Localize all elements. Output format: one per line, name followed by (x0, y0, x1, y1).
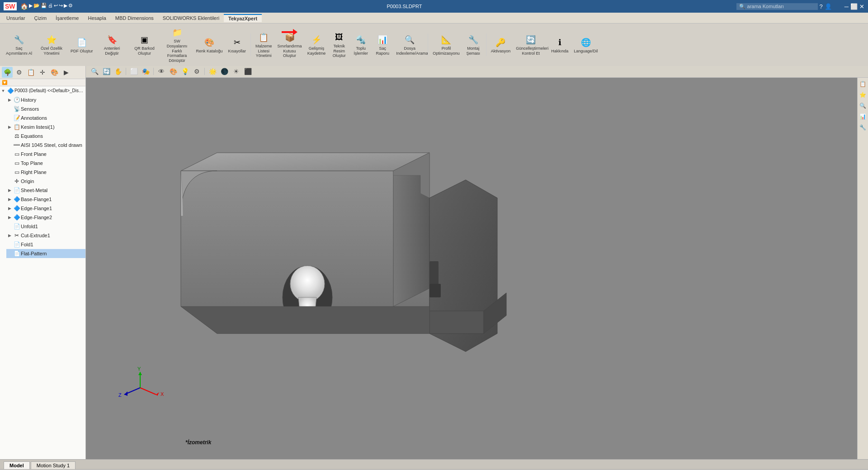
btn-gelismis[interactable]: ⚡ GelişmişKaydetme (306, 33, 328, 57)
btn-qr[interactable]: ▣ QR Barkod Oluştur (129, 33, 160, 57)
rp-btn5[interactable]: 🔧 (859, 123, 868, 132)
tab-mbd[interactable]: MBD Dimensions (111, 14, 158, 22)
hide-show-btn[interactable]: 👁 (156, 66, 166, 76)
config-manager-btn[interactable]: 📋 (25, 67, 36, 78)
search-input[interactable] (747, 4, 806, 9)
run-button[interactable]: ▶ (64, 3, 67, 10)
tree-item-front-plane[interactable]: ▭ Front Plane (6, 150, 85, 159)
display-style-btn[interactable]: 🎭 (141, 66, 151, 76)
ambient-btn[interactable]: ☀ (231, 66, 241, 76)
home-button[interactable]: 🏠 (20, 3, 28, 10)
tree-item-unfold1[interactable]: 📄 Unfold1 (6, 222, 85, 231)
rp-btn2[interactable]: ⭐ (859, 90, 868, 99)
tree-item-material[interactable]: ══ AISI 1045 Steel, cold drawn (6, 141, 85, 150)
help-button[interactable]: ? (820, 3, 823, 10)
tree-item-top-plane[interactable]: ▭ Top Plane (6, 159, 85, 168)
rp-btn4[interactable]: 📊 (859, 112, 868, 121)
sheet-metal-icon: 📄 (13, 186, 21, 194)
tree-item-cut-extrude1[interactable]: ▶ ✂ Cut-Extrude1 (6, 231, 85, 240)
zoom-btn[interactable]: 🔍 (90, 66, 99, 76)
open-button[interactable]: 📂 (33, 3, 40, 10)
new-button[interactable]: ▶ (29, 3, 33, 10)
section-btn[interactable]: ⬛ (243, 66, 253, 76)
feature-manager-btn[interactable]: 🌳 (2, 67, 13, 78)
tree-item-fold1[interactable]: 📄 Fold1 (6, 240, 85, 249)
tab-tekyazxpert[interactable]: TekyazXpert (224, 14, 262, 22)
display-manager-btn[interactable]: 🎨 (49, 67, 60, 78)
tree-item-right-plane[interactable]: ▭ Right Plane (6, 168, 85, 177)
tab-motion-study[interactable]: Motion Study 1 (31, 461, 75, 469)
tree-item-kesim[interactable]: ▶ 📋 Kesim listesi(1) (6, 122, 85, 132)
tree-item-history[interactable]: ▶ 🕐 History (6, 95, 85, 104)
view-orient-btn[interactable]: ⬜ (129, 66, 139, 76)
btn-toplu[interactable]: 🔩 Topluİşlemler (351, 33, 371, 57)
scene-btn[interactable]: 💡 (180, 66, 190, 76)
tree-item-sheet-metal[interactable]: ▶ 📄 Sheet-Metal (6, 186, 85, 195)
btn-dosya-indexleme[interactable]: 🔍 DosyaIndexleme/Arama (394, 33, 425, 57)
tab-model[interactable]: Model (4, 461, 30, 469)
realview-btn[interactable]: 🌟 (208, 66, 217, 76)
rp-btn1[interactable]: 📋 (859, 80, 868, 89)
btn-montaj[interactable]: 🔧 MontajŞeması (463, 33, 483, 57)
title-bar: SW 🏠 ▶ 📂 💾 🖨 ↩ ↪ ▶ ⚙ P0003.SLDPRT 🔍 ? 👤 … (0, 0, 868, 13)
front-plane-icon: ▭ (13, 150, 21, 158)
btn-ozel-ozellik[interactable]: ⭐ Özel Özellik Yönetimi (36, 33, 67, 57)
btn-kisayollar[interactable]: ✂ Kısayollar (226, 35, 248, 55)
right-plane-icon: ▭ (13, 168, 21, 176)
tab-isaretleme[interactable]: İşaretleme (51, 14, 83, 22)
svg-marker-13 (181, 306, 429, 334)
save-button[interactable]: 💾 (41, 3, 47, 10)
print-button[interactable]: 🖨 (48, 3, 53, 10)
tab-unsurlar[interactable]: Unsurlar (2, 14, 30, 22)
tree-item-annotations[interactable]: 📝 Annotations (6, 113, 85, 122)
tab-sw-eklentileri[interactable]: SOLIDWORKS Eklentileri (158, 14, 224, 22)
view-settings-btn[interactable]: ⚙ (192, 66, 202, 76)
btn-renk[interactable]: 🎨 Renk Kataloğu (194, 35, 225, 55)
settings-button[interactable]: ⚙ (68, 3, 73, 10)
right-panel-icons: 📋 ⭐ 🔍 📊 🔧 (857, 78, 868, 459)
btn-hakkinda[interactable]: ℹ Hakkında (549, 35, 570, 55)
btn-sac-raporu[interactable]: 📊 SaçRaporu (373, 33, 392, 57)
sac-icon: 🔧 (13, 33, 25, 46)
btn-guncellestirmeleri[interactable]: 🔄 GüncelleştirmeleriKontrol Et (514, 33, 547, 57)
user-button[interactable]: 👤 (825, 3, 832, 10)
btn-pdf[interactable]: 📄 PDF Oluştur (69, 35, 95, 55)
btn-label-kisayollar: Kısayollar (228, 49, 246, 54)
edit-appearance-btn[interactable]: 🎨 (168, 66, 178, 76)
tree-item-base-flange1[interactable]: ▶ 🔷 Base-Flange1 (6, 195, 85, 204)
btn-aktivasyon[interactable]: 🔑 Aktivasyon (489, 35, 513, 55)
tree-root[interactable]: ▼ 🔷 P0003 (Default) <<Default>_Display S… (0, 86, 85, 95)
filter-bar: 🔽 (0, 79, 85, 86)
flat-pattern-expand (6, 251, 13, 256)
redo-button[interactable]: ↪ (59, 3, 63, 10)
tree-item-edge-flange1[interactable]: ▶ 🔷 Edge-Flange1 (6, 204, 85, 213)
rp-btn3[interactable]: 🔍 (859, 101, 868, 110)
btn-antenleri[interactable]: 🔖 Antenleri Değiştir (97, 33, 127, 57)
tree-item-equations[interactable]: ⚖ Equations (6, 132, 85, 141)
btn-malzeme-listesi[interactable]: 📋 MalzemeListesiYönetimi (254, 30, 274, 59)
dim-expert-btn[interactable]: ✛ (37, 67, 48, 78)
btn-sac-acinimlarini-al[interactable]: 🔧 Saç Açınımlarını Al (4, 33, 34, 57)
tree-item-flat-pattern[interactable]: 📄 Flat-Pattern (6, 249, 85, 258)
btn-sw-dosyalari[interactable]: 📁 SW DosyalarınıFarklıFormatlaraDönüştür (162, 25, 193, 64)
btn-profil[interactable]: 📐 ProfilOptimizasyonu (431, 33, 462, 57)
property-manager-btn[interactable]: ⚙ (14, 67, 24, 78)
btn-sinirlandirma[interactable]: 📦 SınırlandırmaKutusuOluştur (276, 30, 304, 59)
restore-button[interactable]: ⬜ (850, 3, 858, 10)
flat-pattern-icon: 📄 (13, 249, 21, 258)
btn-language[interactable]: 🌐 Language/Dil (572, 35, 599, 55)
tab-hesapla[interactable]: Hesapla (83, 14, 110, 22)
rotate-btn[interactable]: 🔄 (101, 66, 111, 76)
pan-btn[interactable]: ✋ (113, 66, 123, 76)
tab-cizim[interactable]: Çizim (30, 14, 52, 22)
minimize-button[interactable]: ─ (844, 3, 849, 10)
tree-item-origin[interactable]: ✛ Origin (6, 177, 85, 186)
more-btn[interactable]: ▶ (61, 67, 71, 78)
close-button[interactable]: ✕ (859, 3, 864, 10)
shadows-btn[interactable]: 🌑 (219, 66, 229, 76)
search-bar[interactable]: 🔍 (736, 3, 818, 10)
tree-item-edge-flange2[interactable]: ▶ 🔷 Edge-Flange2 (6, 213, 85, 222)
tree-item-sensors[interactable]: 📡 Sensors (6, 104, 85, 113)
btn-teknik-resim[interactable]: 🖼 TeknikResimOluştur (329, 30, 349, 59)
undo-button[interactable]: ↩ (54, 3, 58, 10)
